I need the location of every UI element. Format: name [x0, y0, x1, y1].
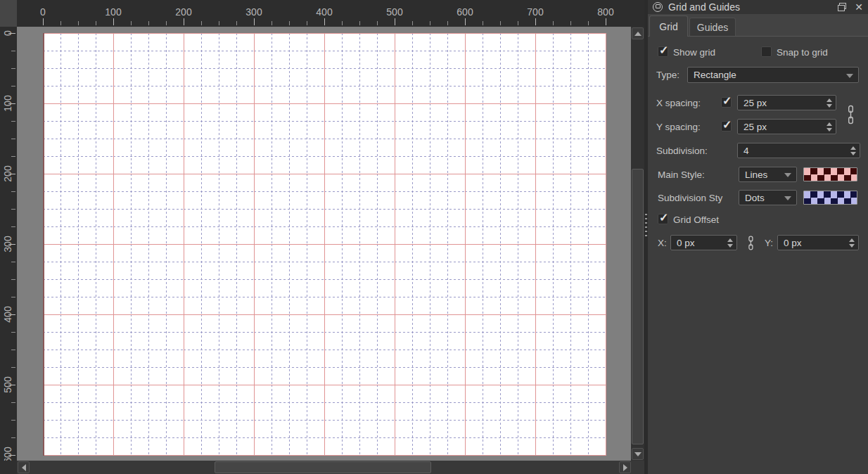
checkmark-icon: ✓ — [659, 44, 668, 57]
ruler-label: 200 — [2, 165, 13, 181]
main-style-swatch[interactable] — [803, 167, 857, 181]
docker-close-icon[interactable]: ✕ — [855, 2, 863, 12]
show-grid-checkbox[interactable]: ✓ — [658, 46, 668, 57]
scrollbar-corner-left — [0, 461, 17, 474]
subdivision-style-label: Subdivision Sty — [658, 193, 722, 203]
scroll-down-button[interactable] — [632, 448, 644, 460]
krita-window: 0100200300400500600700800 01002003004005… — [0, 0, 868, 474]
ruler-label: 700 — [527, 6, 543, 18]
ruler-label: 600 — [2, 447, 13, 461]
chevron-down-icon — [784, 196, 791, 200]
scrollbar-corner-right — [631, 461, 644, 474]
type-label: Type: — [656, 70, 679, 80]
checkmark-icon: ✓ — [722, 118, 732, 132]
type-dropdown[interactable]: Rectangle — [687, 67, 859, 83]
spin-down-icon[interactable] — [849, 244, 855, 248]
snap-to-grid-checkbox[interactable]: ✓ — [761, 46, 772, 57]
show-grid-label[interactable]: Show grid — [673, 47, 715, 58]
ruler-label: 500 — [2, 376, 13, 392]
spin-down-icon[interactable] — [850, 152, 856, 155]
canvas-viewport[interactable] — [17, 27, 631, 461]
docker-title: Grid and Guides — [668, 1, 838, 13]
ruler-label: 100 — [2, 95, 13, 111]
ruler-corner — [0, 0, 17, 27]
spinner-arrows[interactable] — [849, 236, 855, 250]
horizontal-scrollbar-thumb[interactable] — [215, 461, 431, 473]
main-style-label: Main Style: — [658, 169, 705, 180]
chevron-down-icon — [846, 74, 853, 78]
spin-down-icon[interactable] — [826, 128, 832, 132]
spin-up-icon[interactable] — [850, 146, 856, 150]
ruler-label: 200 — [175, 6, 191, 18]
docker-lock-icon[interactable] — [653, 2, 663, 12]
ruler-label: 300 — [245, 6, 262, 18]
horizontal-ruler[interactable]: 0100200300400500600700800 — [17, 0, 644, 27]
ruler-label: 400 — [2, 306, 13, 322]
subdivision-style-dropdown[interactable]: Dots — [739, 190, 797, 205]
arrow-down-icon — [634, 452, 642, 456]
offset-x-label: X: — [658, 238, 667, 248]
spin-up-icon[interactable] — [849, 238, 855, 242]
spin-up-icon[interactable] — [727, 238, 733, 242]
link-offset-icon[interactable] — [747, 236, 755, 250]
main-style-value: Lines — [745, 169, 767, 180]
type-value: Rectangle — [694, 70, 736, 80]
subdivision-spinbox[interactable]: 4 — [737, 143, 860, 158]
offset-x-spinbox[interactable]: 0 px — [670, 235, 737, 250]
y-spacing-value: 25 px — [743, 122, 767, 132]
ruler-label: 400 — [316, 6, 332, 18]
subdivision-value: 4 — [743, 146, 749, 156]
horizontal-scrollbar[interactable] — [17, 461, 631, 474]
vertical-scrollbar-thumb[interactable] — [632, 169, 644, 444]
grid-offset-label[interactable]: Grid Offset — [673, 214, 719, 225]
link-spacing-icon[interactable] — [846, 105, 855, 124]
x-spacing-spinbox[interactable]: 25 px — [737, 95, 836, 110]
grid-and-guides-docker: Grid and Guides ✕ Grid Guides ✓ Show gri… — [648, 0, 868, 474]
document-canvas[interactable] — [43, 33, 606, 456]
offset-y-label: Y: — [765, 238, 773, 248]
arrow-right-icon — [623, 464, 627, 471]
subdivision-style-swatch[interactable] — [803, 191, 857, 205]
docker-titlebar[interactable]: Grid and Guides ✕ — [648, 0, 868, 14]
ruler-label: 300 — [2, 236, 13, 252]
ruler-label: 600 — [457, 6, 473, 18]
ruler-label: 0 — [2, 30, 13, 36]
spinner-arrows[interactable] — [850, 143, 856, 158]
scroll-left-button[interactable] — [18, 461, 30, 473]
ruler-label: 800 — [597, 6, 613, 18]
x-spacing-label: X spacing: — [656, 98, 701, 108]
spin-up-icon[interactable] — [826, 98, 832, 102]
x-spacing-checkbox[interactable]: ✓ — [721, 97, 732, 108]
docker-float-icon[interactable] — [838, 3, 846, 11]
scroll-up-button[interactable] — [632, 27, 644, 39]
horizontal-ruler-major-ticks — [43, 18, 606, 25]
checkmark-icon: ✓ — [722, 94, 732, 108]
ruler-label: 500 — [386, 6, 402, 18]
y-spacing-spinbox[interactable]: 25 px — [737, 119, 836, 134]
grid-offset-checkbox[interactable]: ✓ — [658, 214, 668, 224]
subdivision-label: Subdivision: — [656, 146, 708, 156]
arrow-left-icon — [22, 464, 26, 471]
y-spacing-checkbox[interactable]: ✓ — [721, 121, 732, 132]
spinner-arrows[interactable] — [826, 120, 832, 134]
spin-down-icon[interactable] — [727, 244, 733, 248]
checkmark-icon: ✓ — [659, 211, 668, 224]
ruler-label: 100 — [105, 6, 121, 18]
vertical-ruler[interactable]: 0100200300400500600 — [0, 27, 17, 461]
spin-up-icon[interactable] — [826, 122, 832, 126]
y-spacing-label: Y spacing: — [656, 122, 701, 132]
offset-y-spinbox[interactable]: 0 px — [777, 235, 859, 250]
snap-to-grid-label[interactable]: Snap to grid — [777, 47, 828, 58]
main-style-dropdown[interactable]: Lines — [739, 167, 797, 182]
offset-x-value: 0 px — [677, 238, 695, 248]
ruler-label: 0 — [40, 6, 46, 18]
tab-guides[interactable]: Guides — [689, 18, 736, 36]
scroll-right-button[interactable] — [619, 461, 631, 473]
x-spacing-value: 25 px — [743, 98, 767, 108]
spinner-arrows[interactable] — [826, 96, 832, 110]
chevron-down-icon — [784, 173, 791, 177]
spin-down-icon[interactable] — [826, 104, 832, 108]
vertical-scrollbar[interactable] — [631, 27, 644, 461]
spinner-arrows[interactable] — [727, 236, 733, 250]
tab-grid[interactable]: Grid — [649, 15, 688, 37]
